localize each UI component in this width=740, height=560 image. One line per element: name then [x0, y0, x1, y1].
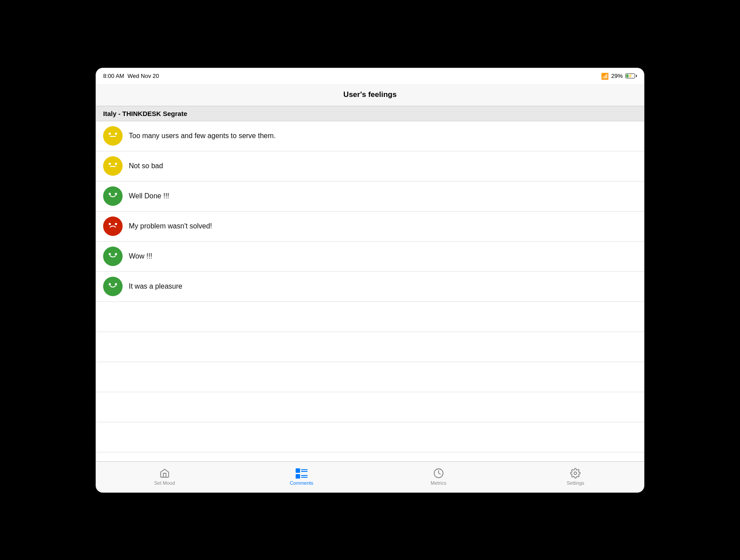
- svg-point-27: [574, 472, 577, 475]
- wifi-icon: 📶: [601, 73, 609, 80]
- battery-icon: ⚡: [625, 73, 637, 78]
- feelings-list: Too many users and few agents to serve t…: [96, 121, 644, 461]
- tab-comments-label: Comments: [290, 480, 313, 486]
- list-item: Too many users and few agents to serve t…: [96, 121, 644, 151]
- tab-comments[interactable]: Comments: [233, 462, 370, 492]
- tab-settings[interactable]: Settings: [507, 462, 644, 492]
- tab-set-mood-label: Set Mood: [154, 480, 175, 486]
- feeling-text: Wow !!!: [129, 252, 152, 260]
- status-time-date: 8:00 AM Wed Nov 20: [103, 73, 159, 79]
- empty-rows-container: [96, 302, 644, 461]
- list-item: It was a pleasure: [96, 272, 644, 302]
- svg-point-5: [109, 163, 111, 165]
- list-item: Well Done !!!: [96, 182, 644, 212]
- svg-point-9: [109, 193, 111, 195]
- feelings-container: Too many users and few agents to serve t…: [96, 121, 644, 302]
- svg-point-1: [109, 133, 111, 135]
- svg-point-2: [115, 133, 117, 135]
- svg-rect-23: [296, 474, 300, 479]
- feeling-face-1: [103, 126, 123, 146]
- feeling-face-3: [103, 186, 123, 206]
- list-item: Wow !!!: [96, 242, 644, 272]
- feeling-text: It was a pleasure: [129, 282, 182, 290]
- status-bar: 8:00 AM Wed Nov 20 📶 29% ⚡: [96, 68, 644, 84]
- svg-point-15: [109, 253, 111, 255]
- feeling-face-5: [103, 247, 123, 266]
- svg-point-6: [115, 163, 117, 165]
- feeling-face-2: [103, 156, 123, 176]
- svg-point-14: [104, 247, 122, 265]
- svg-point-10: [115, 193, 117, 195]
- svg-point-17: [104, 278, 122, 295]
- list-item: My problem wasn't solved!: [96, 212, 644, 242]
- status-time: 8:00 AM: [103, 73, 124, 79]
- status-date: Wed Nov 20: [127, 73, 159, 79]
- feeling-face-6: [103, 277, 123, 296]
- home-icon: [159, 468, 170, 479]
- tab-metrics[interactable]: Metrics: [370, 462, 507, 492]
- feeling-text: Too many users and few agents to serve t…: [129, 132, 276, 140]
- gear-icon: [570, 468, 581, 479]
- feeling-text: Well Done !!!: [129, 192, 169, 200]
- empty-row: [96, 302, 644, 332]
- section-header: Italy - THINKDESK Segrate: [96, 106, 644, 121]
- metrics-icon: [433, 468, 444, 479]
- svg-point-19: [115, 283, 117, 286]
- empty-row: [96, 392, 644, 422]
- empty-row: [96, 422, 644, 452]
- feeling-text: My problem wasn't solved!: [129, 222, 212, 230]
- tab-settings-label: Settings: [567, 480, 584, 486]
- page-title: User's feelings: [343, 90, 397, 99]
- empty-row: [96, 332, 644, 362]
- empty-row: [96, 452, 644, 461]
- battery-bolt-icon: ⚡: [628, 74, 632, 78]
- svg-point-16: [115, 253, 117, 255]
- tab-bar: Set Mood Comments Metrics: [96, 461, 644, 492]
- tab-set-mood[interactable]: Set Mood: [96, 462, 233, 492]
- battery-tip: [636, 75, 637, 77]
- svg-point-13: [115, 223, 117, 225]
- device-frame: 8:00 AM Wed Nov 20 📶 29% ⚡ User's feelin…: [96, 68, 644, 493]
- battery-percent: 29%: [611, 73, 623, 79]
- feeling-text: Not so bad: [129, 162, 163, 170]
- svg-point-8: [104, 187, 122, 205]
- empty-row: [96, 362, 644, 392]
- svg-rect-20: [296, 468, 300, 473]
- tab-metrics-label: Metrics: [431, 480, 446, 486]
- status-indicators: 📶 29% ⚡: [601, 73, 637, 80]
- feeling-face-4: [103, 216, 123, 236]
- nav-header: User's feelings: [96, 84, 644, 106]
- battery-body: ⚡: [625, 73, 635, 78]
- svg-point-18: [109, 283, 111, 286]
- svg-point-12: [109, 223, 111, 225]
- comments-icon: [295, 468, 308, 479]
- list-item: Not so bad: [96, 151, 644, 182]
